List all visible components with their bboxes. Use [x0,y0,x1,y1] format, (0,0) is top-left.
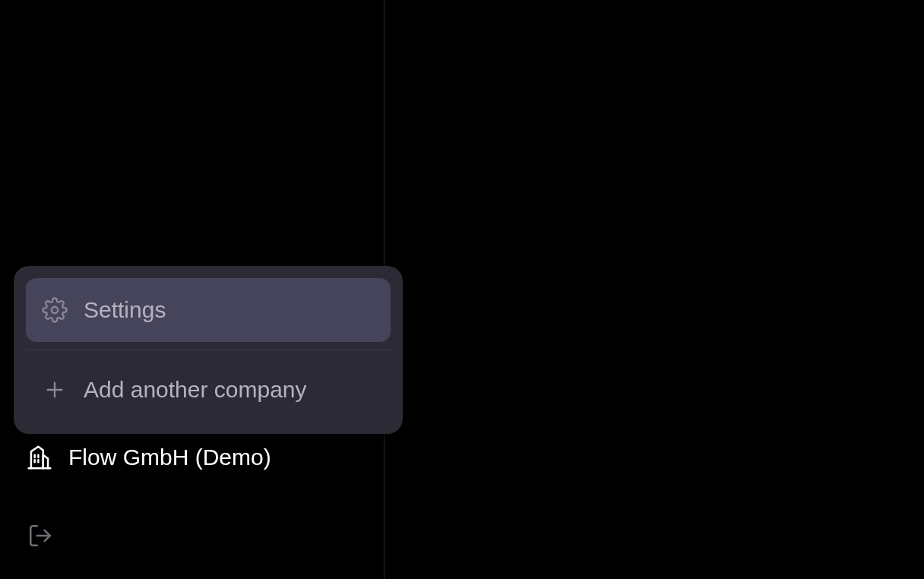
company-popup-menu: Settings Add another company [14,266,403,434]
add-company-menu-item[interactable]: Add another company [26,358,391,422]
popup-divider [26,350,391,350]
settings-menu-item[interactable]: Settings [26,278,391,342]
logout-button[interactable] [27,523,53,549]
gear-icon [41,296,68,324]
add-company-menu-label: Add another company [84,377,307,403]
sidebar: Settings Add another company [0,0,384,579]
company-name-label: Flow GmbH (Demo) [68,445,271,470]
plus-icon [41,376,68,403]
svg-point-0 [52,307,59,314]
settings-menu-label: Settings [84,297,166,323]
company-switcher[interactable]: Flow GmbH (Demo) [24,442,271,473]
building-icon [24,442,55,473]
logout-icon [27,523,53,549]
